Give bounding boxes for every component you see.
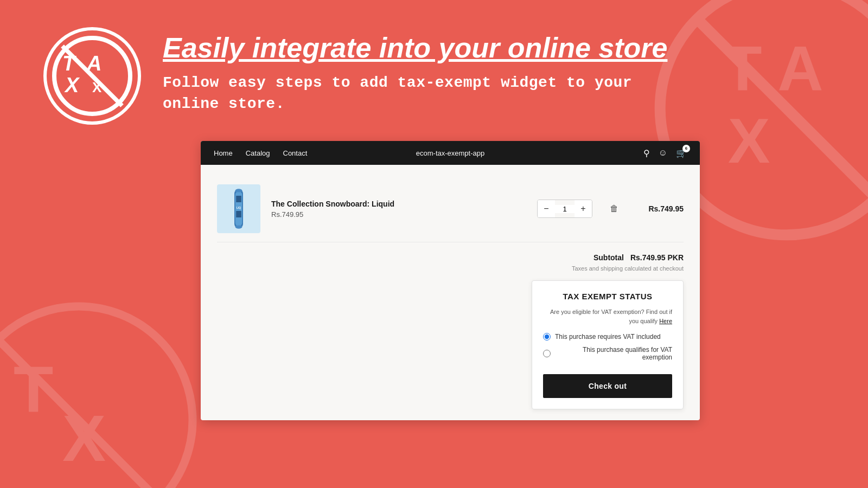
tax-exempt-desc: Are you eligible for VAT exemption? Find… xyxy=(543,307,672,325)
product-image: LIQ xyxy=(217,184,260,233)
svg-rect-17 xyxy=(236,196,241,202)
nav-contact[interactable]: Contact xyxy=(283,149,308,157)
radio-label-vat-exempt: This purchase qualifies for VAT exemptio… xyxy=(555,346,672,361)
radio-option-vat-included: This purchase requires VAT included xyxy=(543,333,672,341)
svg-text:T: T xyxy=(62,52,76,75)
headline-subtitle: Follow easy steps to add tax-exempt widg… xyxy=(163,72,651,114)
headline-section: Easily integrate into your online store … xyxy=(163,27,667,115)
svg-rect-18 xyxy=(236,211,241,217)
svg-text:X: X xyxy=(64,74,80,97)
svg-point-21 xyxy=(235,225,242,228)
cart-item: LIQ The Collection Snowboard: Liquid Rs.… xyxy=(217,176,684,242)
logo: T A X X xyxy=(43,27,141,125)
product-info: The Collection Snowboard: Liquid Rs.749.… xyxy=(271,200,526,219)
main-container: T A X X Easily integrate into your onlin… xyxy=(0,0,868,488)
headline-title: Easily integrate into your online store xyxy=(163,33,667,63)
radio-option-vat-exempt: This purchase qualifies for VAT exemptio… xyxy=(543,346,672,361)
svg-text:LIQ: LIQ xyxy=(237,207,241,209)
qty-controls: − + xyxy=(537,200,592,218)
search-icon[interactable]: ⚲ xyxy=(643,148,650,158)
qty-input[interactable] xyxy=(555,205,575,213)
nav-catalog[interactable]: Catalog xyxy=(246,149,270,157)
delete-button[interactable]: 🗑 xyxy=(610,204,618,214)
cart-badge: 6 xyxy=(682,145,690,152)
store-mockup: Home Catalog Contact ecom-tax-exempt-app… xyxy=(201,141,700,420)
nav-icons: ⚲ ☺ 🛒 6 xyxy=(643,148,687,158)
product-name: The Collection Snowboard: Liquid xyxy=(271,200,526,208)
qty-decrease[interactable]: − xyxy=(538,200,555,217)
radio-vat-exempt[interactable] xyxy=(543,350,551,357)
radio-label-vat-included: This purchase requires VAT included xyxy=(555,333,661,341)
nav-brand: ecom-tax-exempt-app xyxy=(416,149,484,157)
checkout-button[interactable]: Check out xyxy=(543,374,672,398)
svg-text:X: X xyxy=(92,79,102,95)
svg-text:A: A xyxy=(86,52,101,75)
subtotal-amount: Rs.749.95 PKR xyxy=(630,253,684,262)
tax-exempt-widget: TAX EXEMPT STATUS Are you eligible for V… xyxy=(532,280,684,409)
top-section: T A X X Easily integrate into your onlin… xyxy=(43,27,825,125)
subtotal-row: Subtotal Rs.749.95 PKR xyxy=(217,253,684,262)
tax-exempt-title: TAX EXEMPT STATUS xyxy=(543,292,672,301)
svg-point-20 xyxy=(235,189,242,192)
subtotal-section: Subtotal Rs.749.95 PKR Taxes and shippin… xyxy=(217,242,684,409)
store-navbar: Home Catalog Contact ecom-tax-exempt-app… xyxy=(201,141,700,165)
tax-exempt-link[interactable]: Here xyxy=(659,318,672,324)
radio-vat-included[interactable] xyxy=(543,333,551,341)
cart-icon[interactable]: 🛒 6 xyxy=(676,148,687,158)
taxes-note: Taxes and shipping calculated at checkou… xyxy=(217,265,684,272)
cart-body: LIQ The Collection Snowboard: Liquid Rs.… xyxy=(201,165,700,420)
product-price: Rs.749.95 xyxy=(271,210,526,219)
product-total: Rs.749.95 xyxy=(640,204,684,213)
qty-increase[interactable]: + xyxy=(575,200,592,217)
subtotal-label: Subtotal xyxy=(593,253,624,262)
nav-home[interactable]: Home xyxy=(214,149,233,157)
user-icon[interactable]: ☺ xyxy=(659,148,667,158)
nav-links: Home Catalog Contact xyxy=(214,149,307,157)
